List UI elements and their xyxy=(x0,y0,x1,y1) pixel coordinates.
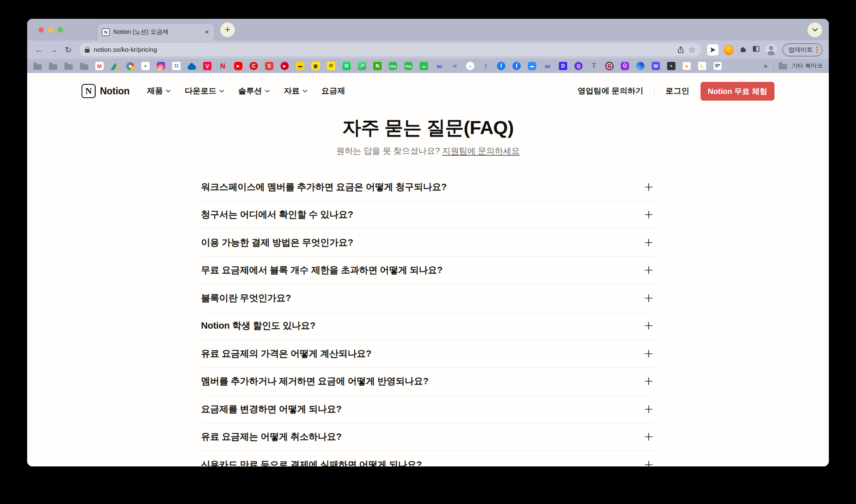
facebook-icon[interactable]: f xyxy=(512,62,521,70)
red-c-icon[interactable]: C xyxy=(250,62,258,70)
google-calendar-icon[interactable]: 11 xyxy=(172,62,181,70)
purple-q-icon[interactable]: Q xyxy=(574,62,583,70)
facebook-icon[interactable]: f xyxy=(497,62,505,70)
onedrive-icon[interactable] xyxy=(188,65,196,70)
papago-icon[interactable]: ◗ xyxy=(466,62,474,70)
faq-question: 멤버를 추가하거나 제거하면 요금에 어떻게 반영되나요? xyxy=(201,375,428,387)
faq-row[interactable]: 이용 가능한 결제 방법은 무엇인가요? xyxy=(201,229,655,257)
free-trial-button[interactable]: Notion 무료 체험 xyxy=(701,82,774,101)
folder-icon[interactable] xyxy=(80,64,88,70)
browser-toolbar: ← → ↻ notion.so/ko-kr/pricing ☆ xyxy=(27,41,829,59)
nav-menu-솔루션[interactable]: 솔루션 xyxy=(238,86,270,96)
pink-g-icon[interactable]: G xyxy=(605,62,614,70)
reload-button[interactable]: ↻ xyxy=(62,43,75,56)
plus-icon[interactable] xyxy=(643,376,654,387)
faq-row[interactable]: 유료 요금제는 어떻게 취소하나요? xyxy=(201,423,655,451)
side-panel-icon[interactable] xyxy=(752,45,760,54)
bookmark-star-icon[interactable]: ☆ xyxy=(688,46,696,54)
maximize-window-button[interactable] xyxy=(58,27,63,33)
naver-icon[interactable]: N xyxy=(342,62,351,70)
orange-extension-icon[interactable] xyxy=(724,45,734,55)
notion-logo[interactable]: N Notion xyxy=(82,84,130,98)
support-team-link[interactable]: 지원팀에 문의하세요 xyxy=(442,146,520,155)
minimize-window-button[interactable] xyxy=(48,27,54,33)
address-bar[interactable]: notion.so/ko-kr/pricing ☆ xyxy=(79,43,701,56)
vlive-icon[interactable]: V xyxy=(203,62,211,70)
close-window-button[interactable] xyxy=(38,27,44,33)
folder-icon[interactable] xyxy=(64,64,73,70)
plus-icon[interactable] xyxy=(643,459,654,466)
blue-swirl-icon[interactable] xyxy=(636,62,645,70)
folder-icon[interactable] xyxy=(49,64,57,70)
back-button[interactable]: ← xyxy=(33,43,46,56)
plus-icon[interactable] xyxy=(643,348,654,359)
plus-icon[interactable] xyxy=(643,431,654,442)
nav-menu-제품[interactable]: 제품 xyxy=(147,86,171,96)
forward-button[interactable]: → xyxy=(47,43,60,56)
faq-row[interactable]: 멤버를 추가하거나 제거하면 요금에 어떻게 반영되나요? xyxy=(201,368,655,396)
meta-icon[interactable]: ∞ xyxy=(435,62,443,70)
plus-icon[interactable] xyxy=(643,209,654,220)
extensions-puzzle-icon[interactable] xyxy=(739,45,747,55)
green-chart-icon[interactable]: ↗ xyxy=(358,62,366,70)
yellow-badge-icon[interactable]: ▬ xyxy=(296,62,304,70)
yellow-l-icon[interactable]: L xyxy=(698,62,706,70)
netflix-icon[interactable]: N xyxy=(219,62,227,70)
chrome-update-button[interactable]: 업데이트 xyxy=(782,43,823,56)
google-meet-icon[interactable]: ● xyxy=(141,62,150,70)
plus-icon[interactable] xyxy=(643,293,654,304)
plus-icon[interactable] xyxy=(643,320,654,331)
naver-cafe-icon[interactable]: ☕ xyxy=(420,62,428,70)
naver-blog-icon[interactable]: blog xyxy=(404,62,413,70)
nav-menu-요금제[interactable]: 요금제 xyxy=(321,86,345,96)
play-circle-icon[interactable]: ▶ xyxy=(280,62,289,70)
faq-row[interactable]: 유료 요금제의 가격은 어떻게 계산되나요? xyxy=(201,340,655,368)
profile-avatar[interactable] xyxy=(765,44,777,56)
folder-icon[interactable] xyxy=(33,64,42,70)
naver-blog-icon[interactable]: blog xyxy=(389,62,397,70)
contact-sales-link[interactable]: 영업팀에 문의하기 xyxy=(578,86,643,96)
instagram-icon[interactable]: ◎ xyxy=(157,62,165,70)
nav-menu-다운로드[interactable]: 다운로드 xyxy=(185,86,224,96)
faq-row[interactable]: 블록이란 무엇인가요? xyxy=(201,284,655,312)
faq-row[interactable]: 무료 요금제에서 블록 개수 제한을 초과하면 어떻게 되나요? xyxy=(201,257,655,285)
login-link[interactable]: 로그인 xyxy=(665,86,689,96)
faq-row[interactable]: 요금제를 변경하면 어떻게 되나요? xyxy=(201,395,655,423)
yellow-tv-icon[interactable]: ▣ xyxy=(311,62,320,70)
plus-icon[interactable] xyxy=(643,237,654,248)
new-tab-button[interactable]: + xyxy=(220,23,235,37)
plus-icon[interactable] xyxy=(643,404,654,415)
gmail-icon[interactable]: M xyxy=(95,62,104,70)
zoom-icon[interactable]: ▬ xyxy=(528,62,536,70)
faq-row[interactable]: 워크스페이스에 멤버를 추가하면 요금은 어떻게 청구되나요? xyxy=(201,173,655,201)
tab-close-icon[interactable]: × xyxy=(204,28,210,35)
watcha-icon[interactable]: W xyxy=(652,62,660,70)
blue-d-icon[interactable]: D xyxy=(559,62,567,70)
photos-folder-icon[interactable]: ▲ xyxy=(683,62,691,70)
other-bookmarks-label[interactable]: 기타 북마크 xyxy=(792,62,823,70)
faq-row[interactable]: Notion 학생 할인도 있나요? xyxy=(201,312,655,340)
plus-icon[interactable] xyxy=(643,182,654,192)
plus-icon[interactable] xyxy=(643,265,654,276)
teams-icon[interactable]: T xyxy=(590,62,598,70)
tab-search-button[interactable] xyxy=(808,23,822,37)
yellow-stripes-icon[interactable]: /// xyxy=(327,62,335,70)
meta-icon[interactable]: ∞ xyxy=(543,62,552,70)
youtube-icon[interactable]: ▶ xyxy=(234,62,242,70)
book-pin-icon[interactable]: • xyxy=(667,62,675,70)
red-s-icon[interactable]: S xyxy=(265,62,273,70)
paper-plane-extension-icon[interactable] xyxy=(707,44,718,56)
naver-square-icon[interactable]: N xyxy=(373,62,382,70)
browser-tab[interactable]: N Notion (노션) 요금제 × xyxy=(97,23,215,41)
d-star-icon[interactable]: D* xyxy=(713,62,722,70)
faq-row[interactable]: 청구서는 어디에서 확인할 수 있나요? xyxy=(201,201,655,229)
purple-u-shield-icon[interactable]: Û xyxy=(621,62,629,70)
bookmarks-overflow-chevron[interactable]: » xyxy=(762,62,769,70)
google-drive-icon[interactable] xyxy=(111,63,119,70)
nav-menu-자료[interactable]: 자료 xyxy=(284,86,307,96)
faq-row[interactable]: 신용카드 만료 등으로 결제에 실패하면 어떻게 되나요? xyxy=(201,451,655,466)
share-icon[interactable] xyxy=(677,46,684,53)
purple-wave-icon[interactable]: ≈ xyxy=(451,62,459,70)
google-photos-icon[interactable] xyxy=(126,62,134,70)
twitter-icon[interactable]: t xyxy=(482,62,490,70)
